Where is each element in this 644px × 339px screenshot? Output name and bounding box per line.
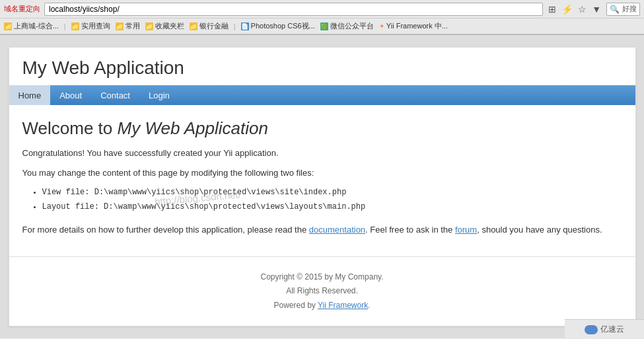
app-title: My Web Application	[22, 57, 622, 79]
footer-line2: All Rights Reserved.	[22, 284, 622, 299]
address-bar: 域名重定向 ⊞ ⚡ ☆ ▼ 🔍 好搜	[0, 0, 644, 19]
bookmark-shangcheng[interactable]: 📁 上商城-综合...	[4, 21, 59, 31]
file-list: View file: D:\wamp\www\yiics\shop\protec…	[22, 186, 622, 214]
file-item-layout: Layout file: D:\wamp\www\yiics\shop\prot…	[42, 200, 622, 215]
nav-contact[interactable]: Contact	[91, 85, 139, 105]
bookmark-shiyong[interactable]: 📁 实用查询	[71, 21, 110, 31]
forum-link[interactable]: forum	[455, 225, 477, 235]
address-icons: ⊞ ⚡ ☆ ▼	[547, 4, 602, 15]
bookmark-folder-icon3: 📁	[116, 22, 124, 30]
sep1: |	[64, 22, 66, 30]
documentation-link[interactable]: documentation	[309, 225, 365, 235]
bookmark-folder-icon5: 📁	[190, 22, 197, 30]
bottom-bar: 亿速云	[565, 319, 644, 338]
redirect-label: 域名重定向	[4, 4, 40, 14]
search-label: 好搜	[622, 4, 637, 14]
file-item-view: View file: D:\wamp\www\yiics\shop\protec…	[42, 186, 622, 200]
nav-home[interactable]: Home	[9, 85, 51, 105]
bookmark-yii-icon: ✦	[379, 22, 384, 30]
bookmark-doc-icon: 📄	[241, 22, 249, 30]
dropdown-icon[interactable]: ▼	[590, 4, 602, 15]
page-wrapper: My Web Application Home About Contact Lo…	[9, 47, 636, 326]
bookmark-changyong[interactable]: 📁 常用	[116, 21, 140, 31]
modify-text: You may change the content of this page …	[22, 167, 622, 180]
bookmark-yii[interactable]: ✦ Yii Framework 中...	[379, 21, 448, 31]
browser-chrome: 域名重定向 ⊞ ⚡ ☆ ▼ 🔍 好搜 📁 上商城-综合... | 📁 实用查询 …	[0, 0, 644, 35]
bookmark-folder-icon2: 📁	[71, 22, 79, 30]
bookmark-label7: 微信公众平台	[330, 21, 374, 31]
bookmark-folder-icon: 📁	[4, 22, 12, 30]
cloud-icon	[585, 325, 598, 334]
bottom-bar-label: 亿速云	[600, 324, 624, 335]
sep2: |	[234, 22, 236, 30]
docs-text: For more details on how to further devel…	[22, 223, 622, 237]
bookmark-folder-icon4: 📁	[145, 22, 153, 30]
nav-login[interactable]: Login	[139, 85, 179, 105]
bookmark-label6: Photoshop CS6视...	[251, 21, 315, 31]
files-section: http://blog.csdn.net/ View file: D:\wamp…	[22, 186, 622, 214]
congrats-text: Congratulations! You have successfully c…	[22, 147, 622, 160]
bookmark-label3: 常用	[125, 21, 140, 31]
bookmark-yinhang[interactable]: 📁 银行金融	[190, 21, 229, 31]
qr-icon[interactable]: ⊞	[547, 4, 557, 15]
welcome-heading: Welcome to My Web Application	[22, 118, 622, 139]
bookmark-weixin-icon: 🟢	[320, 22, 328, 30]
bookmark-label4: 收藏夹栏	[155, 21, 184, 31]
bookmark-weixin[interactable]: 🟢 微信公众平台	[320, 21, 374, 31]
bookmark-photoshop[interactable]: 📄 Photoshop CS6视...	[241, 21, 315, 31]
yii-framework-link[interactable]: Yii Framework	[318, 301, 368, 310]
bookmarks-bar: 📁 上商城-综合... | 📁 实用查询 📁 常用 📁 收藏夹栏 📁 银行金融 …	[0, 19, 644, 34]
address-input[interactable]	[44, 3, 543, 16]
bookmark-label5: 银行金融	[199, 21, 229, 31]
nav-bar: Home About Contact Login	[9, 85, 635, 105]
content-area: Welcome to My Web Application Congratula…	[22, 118, 622, 237]
lightning-icon[interactable]: ⚡	[560, 4, 574, 15]
bookmark-label8: Yii Framework 中...	[386, 21, 448, 31]
app-header: My Web Application	[9, 48, 635, 85]
search-box[interactable]: 🔍 好搜	[606, 3, 640, 16]
bookmark-label: 上商城-综合...	[14, 21, 59, 31]
bookmark-label2: 实用查询	[81, 21, 110, 31]
bookmark-shoucang[interactable]: 📁 收藏夹栏	[145, 21, 184, 31]
star-icon[interactable]: ☆	[577, 4, 588, 15]
footer-line3: Powered by Yii Framework.	[22, 299, 622, 313]
search-icon: 🔍	[610, 5, 620, 14]
main-content: Welcome to My Web Application Congratula…	[9, 105, 635, 256]
footer-line1: Copyright © 2015 by My Company.	[22, 270, 622, 285]
nav-about[interactable]: About	[50, 85, 91, 105]
page-footer: Copyright © 2015 by My Company. All Righ…	[9, 256, 635, 326]
